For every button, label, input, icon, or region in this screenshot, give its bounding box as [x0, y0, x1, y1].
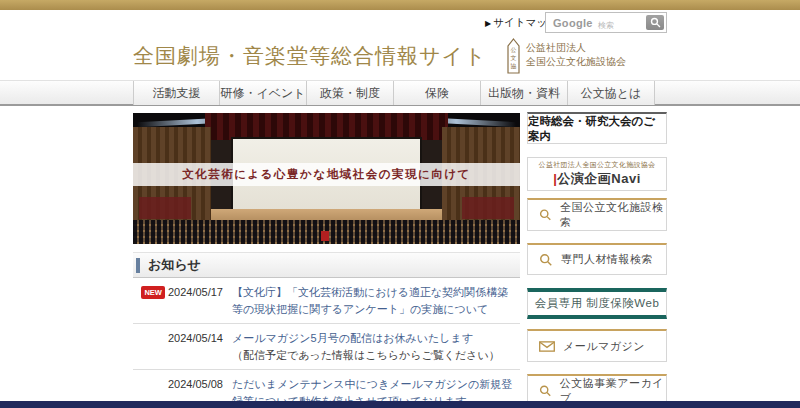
svg-text:公: 公 [511, 47, 517, 53]
hero-theater-image: 文化芸術による心豊かな地域社会の実現に向けて [133, 113, 520, 244]
new-badge: NEW [141, 286, 165, 299]
nav-tab-insurance[interactable]: 保険 [394, 81, 481, 105]
sidebar-button-label: 会員専用 制度保険Web [535, 296, 660, 311]
nav-tab-activity-support[interactable]: 活動支援 [133, 81, 220, 105]
nav-tabs: 活動支援 研修・イベント 政策・制度 保険 出版物・資料 公文協とは [133, 81, 655, 105]
nav-tab-policy-system[interactable]: 政策・制度 [307, 81, 394, 105]
hero-red-seat [321, 231, 329, 241]
search-hint-watermark: 検索 [598, 20, 614, 31]
top-gold-bar [0, 0, 800, 10]
svg-text:文: 文 [511, 54, 517, 61]
mail-icon [539, 341, 555, 352]
navi-logo-text: |公演企画Navi [553, 170, 641, 188]
sidebar-button-label: 専門人材情報検索 [561, 252, 653, 267]
news-date: 2024/05/14 [137, 330, 223, 363]
google-search-input[interactable]: Google 検索 [545, 12, 667, 33]
association-logo: 公文協 [506, 38, 521, 75]
bottom-navy-bar [0, 401, 800, 408]
hero-side-seats-left [139, 197, 191, 219]
sidebar-button-label: メールマガジン [563, 339, 645, 354]
news-title: お知らせ [148, 256, 201, 274]
sidebar-button-facility-search[interactable]: 全国公立文化施設検索 [527, 198, 667, 231]
sidebar-button-general-meeting[interactable]: 定時総会・研究大会のご案内 [527, 112, 667, 144]
organization-name: 公益社団法人 全国公立文化施設協会 [526, 41, 626, 68]
sidebar-button-member-insurance-web[interactable]: 会員専用 制度保険Web [527, 288, 667, 319]
news-date: NEW2024/05/17 [137, 284, 223, 317]
sidebar-button-mail-magazine[interactable]: メールマガジン [527, 329, 667, 362]
nav-tab-training-events[interactable]: 研修・イベント [220, 81, 307, 105]
sidebar-button-personnel-search[interactable]: 専門人材情報検索 [527, 243, 667, 275]
news-header: お知らせ [133, 252, 520, 278]
news-note: （配信予定であった情報はこちらからご覧ください） [232, 347, 518, 364]
search-icon [650, 17, 661, 28]
page: ▶サイトマップ Google 検索 全国劇場・音楽堂等総合情報サイト 公文協 公… [0, 0, 800, 408]
search-button[interactable] [646, 15, 664, 30]
search-icon [539, 253, 553, 267]
hero-curtain [205, 113, 448, 140]
search-icon [539, 384, 552, 398]
news-date-text: 2024/05/17 [168, 286, 223, 298]
org-line2: 全国公立文化施設協会 [526, 55, 626, 69]
google-brand-watermark: Google [553, 17, 593, 29]
nav-tab-publications[interactable]: 出版物・資料 [481, 81, 568, 105]
news-row: NEW2024/05/17 【文化庁】「文化芸術活動における適正な契約関係構築等… [133, 278, 520, 324]
hero-side-seats-right [462, 197, 514, 219]
main-navigation: 活動支援 研修・イベント 政策・制度 保険 出版物・資料 公文協とは [0, 80, 800, 106]
sidebar-button-kouen-kikaku-navi[interactable]: 公益社団法人全国公立文化施設協会 |公演企画Navi [527, 157, 667, 191]
sidebar-button-label: 全国公立文化施設検索 [560, 200, 666, 230]
news-row: 2024/05/14 メールマガジン5月号の配信はお休みいたします （配信予定で… [133, 324, 520, 370]
triangle-icon: ▶ [485, 19, 491, 28]
news-link[interactable]: 【文化庁】「文化芸術活動における適正な契約関係構築等の現状把握に関するアンケート… [232, 286, 508, 315]
news-header-accent-bar [136, 258, 140, 273]
org-line1: 公益社団法人 [526, 41, 626, 55]
site-title: 全国劇場・音楽堂等総合情報サイト [133, 42, 486, 70]
sidebar-button-label: 定時総会・研究大会のご案内 [528, 114, 666, 144]
news-link[interactable]: メールマガジン5月号の配信はお休みいたします [232, 332, 473, 344]
search-icon [539, 208, 552, 222]
nav-tab-about[interactable]: 公文協とは [568, 81, 655, 105]
svg-text:協: 協 [510, 63, 517, 70]
hero-caption: 文化芸術による心豊かな地域社会の実現に向けて [133, 163, 520, 186]
news-section: お知らせ NEW2024/05/17 【文化庁】「文化芸術活動における適正な契約… [133, 252, 520, 408]
navi-org-subtitle: 公益社団法人全国公立文化施設協会 [539, 160, 656, 170]
